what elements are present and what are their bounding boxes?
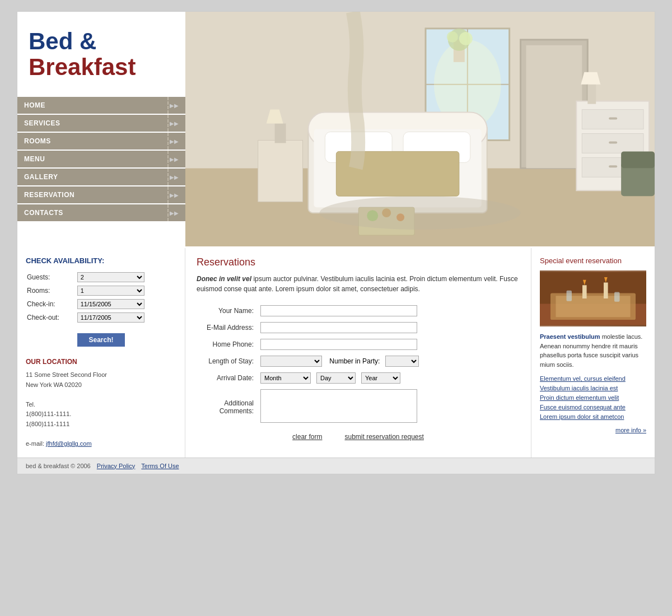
arrival-label: Arrival Date: (197, 370, 258, 386)
submit-link[interactable]: submit reservation request (344, 433, 423, 441)
svg-marker-30 (581, 72, 600, 85)
nav-arrow-gallery: ▶▶ (170, 174, 179, 180)
nav-arrow-services: ▶▶ (170, 120, 179, 127)
more-info-link[interactable]: more info » (615, 427, 646, 433)
main-nav: HOME ▶▶ SERVICES ▶▶ ROOMS ▶▶ MENU ▶▶ (17, 97, 185, 222)
nav-arrow-contacts: ▶▶ (170, 210, 179, 216)
svg-rect-15 (258, 140, 303, 202)
guests-select[interactable]: 2 134 (77, 272, 144, 282)
svg-point-37 (319, 196, 520, 230)
email-label: E-Mail Address: (197, 319, 258, 336)
special-link-1[interactable]: Vestibulum iaculis lacinia est (540, 385, 618, 391)
checkin-label: Check-in: (26, 297, 76, 311)
form-actions: clear form submit reservation request (197, 427, 520, 446)
logo-breakfast: Breakfast (29, 54, 174, 80)
nav-home[interactable]: HOME ▶▶ (17, 97, 185, 114)
hero-image (185, 12, 655, 248)
special-link-2[interactable]: Proin dictum elementum velit (540, 394, 619, 401)
nav-arrow-reservation: ▶▶ (170, 192, 179, 198)
special-links: Elementum vel, cursus eleifend Vestibulu… (540, 375, 646, 421)
stay-label: Length of Stay: (197, 353, 258, 370)
day-select[interactable]: Day (316, 372, 356, 384)
svg-rect-48 (540, 272, 646, 325)
svg-rect-26 (609, 118, 617, 120)
name-label: Your Name: (197, 302, 258, 319)
party-label: Number in Party: (329, 357, 380, 365)
svg-point-20 (447, 31, 458, 43)
email-input[interactable] (260, 322, 417, 333)
left-column: CHECK AVAILABILITY: Guests: 2 134 Rooms (17, 248, 185, 458)
svg-rect-8 (526, 45, 582, 168)
footer-copy: bed & breakfast © 2006 (26, 463, 91, 469)
logo-bed: Bed & (29, 28, 96, 54)
email-link[interactable]: jfhfd@glgllg.com (46, 440, 91, 447)
checkout-select[interactable]: 11/17/2005 (77, 312, 144, 323)
guests-label: Guests: (26, 270, 76, 284)
rooms-label: Rooms: (26, 284, 76, 297)
checkout-label: Check-out: (26, 311, 76, 324)
terms-link[interactable]: Terms Of Use (141, 463, 179, 469)
rooms-select[interactable]: 123 (77, 286, 144, 296)
svg-rect-28 (609, 165, 617, 167)
clear-form-link[interactable]: clear form (292, 433, 322, 441)
special-link-0[interactable]: Elementum vel, cursus eleifend (540, 375, 626, 382)
stay-select[interactable]: 1 night2 nights3 nights (260, 356, 322, 367)
svg-rect-29 (587, 85, 596, 104)
phone-input[interactable] (260, 339, 417, 350)
nav-services[interactable]: SERVICES ▶▶ (17, 115, 185, 132)
availability-form: Guests: 2 134 Rooms: 123 (26, 270, 176, 347)
comments-textarea[interactable] (260, 389, 417, 423)
svg-rect-16 (275, 124, 286, 143)
nav-arrow-rooms: ▶▶ (170, 138, 179, 144)
reservations-title: Reservations (197, 256, 520, 268)
nav-arrow-home: ▶▶ (170, 102, 179, 109)
checkin-select[interactable]: 11/15/2005 (77, 299, 144, 309)
check-avail-title: CHECK AVAILABILITY: (26, 256, 176, 265)
nav-gallery[interactable]: GALLERY ▶▶ (17, 169, 185, 185)
search-button[interactable]: Search! (77, 333, 124, 347)
right-column: Special event reservation (531, 248, 655, 458)
nav-menu[interactable]: MENU ▶▶ (17, 151, 185, 167)
year-select[interactable]: Year 200520062007 (361, 372, 400, 384)
footer: bed & breakfast © 2006 Privacy Policy Te… (17, 458, 655, 474)
location-title: OUR LOCATION (26, 358, 176, 366)
privacy-link[interactable]: Privacy Policy (97, 463, 135, 469)
month-select[interactable]: Month JanuaryFebruaryMarch AprilMayJune … (260, 372, 311, 384)
phone-label: Home Phone: (197, 336, 258, 353)
special-event-image (540, 270, 646, 326)
special-event-title: Special event reservation (540, 256, 646, 265)
logo-area: Bed & Breakfast (17, 12, 185, 97)
location-address: 11 Some Street Second Floor New York WA … (26, 370, 176, 449)
special-link-3[interactable]: Fusce euismod consequat ante (540, 404, 626, 410)
nav-reservation[interactable]: RESERVATION ▶▶ (17, 186, 185, 203)
svg-point-21 (459, 32, 473, 45)
svg-rect-27 (609, 141, 617, 143)
nav-contacts[interactable]: CONTACTS ▶▶ (17, 204, 185, 221)
party-select[interactable]: 1234 (385, 356, 419, 367)
nav-rooms[interactable]: ROOMS ▶▶ (17, 133, 185, 150)
center-column: Reservations Donec in velit vel ipsum au… (185, 248, 531, 458)
main-content: CHECK AVAILABILITY: Guests: 2 134 Rooms (17, 248, 655, 458)
special-event-desc: Praesent vestibulum molestie lacus. Aene… (540, 332, 646, 369)
reservation-form: Your Name: E-Mail Address: Home Phone: L… (197, 302, 520, 427)
special-link-4[interactable]: Lorem ipsum dolor sit ametcon (540, 413, 624, 420)
svg-rect-32 (621, 151, 655, 168)
comments-label: AdditionalComments: (197, 386, 258, 427)
name-input[interactable] (260, 305, 417, 316)
nav-arrow-menu: ▶▶ (170, 156, 179, 162)
reservations-intro: Donec in velit vel ipsum auctor pulvinar… (197, 274, 520, 294)
